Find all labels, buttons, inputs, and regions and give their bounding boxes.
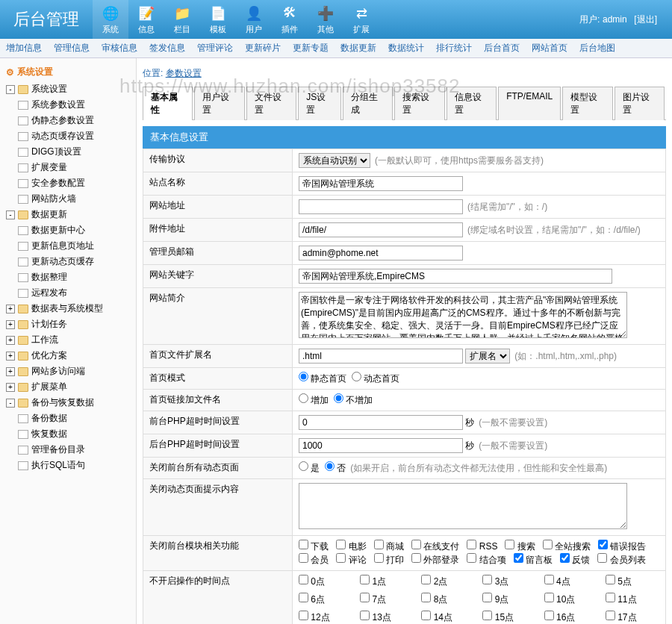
toggle-icon[interactable]: + [6, 305, 15, 313]
subnav-签发信息[interactable]: 签发信息 [149, 42, 185, 54]
input-fileurl[interactable] [299, 222, 463, 237]
breadcrumb-link[interactable]: 参数设置 [166, 68, 202, 78]
select-indexext[interactable]: 扩展名 [465, 349, 510, 364]
tree-item-系统参数设置[interactable]: 系统参数设置 [15, 97, 133, 113]
tab-用户设置[interactable]: 用户设置 [194, 87, 244, 120]
toggle-icon[interactable]: + [6, 383, 15, 392]
cb-反馈[interactable] [560, 553, 570, 563]
tree-item-网站防火墙[interactable]: 网站防火墙 [15, 191, 133, 207]
cb-17点[interactable] [606, 611, 615, 620]
input-indexext[interactable] [299, 349, 463, 364]
nav-信息[interactable]: 📝信息 [128, 0, 164, 39]
cb-在线支付[interactable] [411, 540, 421, 549]
subnav-排行统计[interactable]: 排行统计 [436, 42, 472, 54]
tree-item-DIGG顶设置[interactable]: DIGG顶设置 [15, 144, 133, 160]
tree-item-管理备份目录[interactable]: 管理备份目录 [15, 442, 133, 458]
tree-item-备份数据[interactable]: 备份数据 [15, 411, 133, 426]
radio-close-no[interactable] [325, 461, 335, 471]
toggle-icon[interactable]: + [6, 336, 15, 345]
cb-8点[interactable] [421, 593, 431, 602]
nav-模板[interactable]: 📄模板 [200, 0, 236, 39]
cb-9点[interactable] [482, 593, 492, 602]
cb-13点[interactable] [360, 611, 370, 620]
nav-插件[interactable]: 🛠插件 [272, 0, 308, 39]
tab-信息设置[interactable]: 信息设置 [447, 87, 497, 120]
textarea-intro[interactable]: 帝国软件是一家专注于网络软件开发的科技公司，其主营产品"帝国网站管理系统(Emp… [299, 292, 627, 338]
tree-item-恢复数据[interactable]: 恢复数据 [15, 426, 133, 442]
tab-文件设置[interactable]: 文件设置 [246, 87, 296, 120]
tree-group-计划任务[interactable]: +计划任务 [3, 316, 133, 332]
subnav-审核信息[interactable]: 审核信息 [102, 42, 137, 54]
cb-留言板[interactable] [514, 553, 523, 563]
tree-group-扩展菜单[interactable]: +扩展菜单 [3, 379, 133, 395]
subnav-网站首页[interactable]: 网站首页 [532, 42, 567, 54]
toggle-icon[interactable]: + [6, 352, 15, 361]
cb-下载[interactable] [299, 540, 308, 549]
subnav-数据更新[interactable]: 数据更新 [340, 42, 376, 54]
cb-打印[interactable] [374, 553, 384, 563]
subnav-管理评论[interactable]: 管理评论 [197, 42, 233, 54]
cb-11点[interactable] [606, 593, 615, 602]
radio-dynamic[interactable] [352, 372, 361, 381]
cb-7点[interactable] [360, 593, 370, 602]
tree-group-数据表与系统模型[interactable]: +数据表与系统模型 [3, 301, 133, 316]
nav-系统[interactable]: 🌐系统 [93, 0, 128, 39]
input-sitename[interactable] [299, 176, 463, 191]
tree-item-数据整理[interactable]: 数据整理 [15, 269, 133, 285]
nav-扩展[interactable]: ⇄扩展 [343, 0, 379, 39]
input-fronttimeout[interactable] [299, 415, 463, 430]
cb-0点[interactable] [299, 575, 308, 584]
cb-会员列表[interactable] [597, 553, 607, 563]
toggle-icon[interactable]: - [6, 85, 15, 94]
tree-group-网站多访问端[interactable]: +网站多访问端 [3, 364, 133, 379]
subnav-后台首页[interactable]: 后台首页 [484, 42, 520, 54]
cb-1点[interactable] [360, 575, 370, 584]
toggle-icon[interactable]: - [6, 399, 15, 408]
tree-item-执行SQL语句[interactable]: 执行SQL语句 [15, 458, 133, 473]
cb-外部登录[interactable] [411, 553, 421, 563]
cb-2点[interactable] [421, 575, 431, 584]
subnav-增加信息[interactable]: 增加信息 [6, 42, 42, 54]
cb-6点[interactable] [299, 593, 308, 602]
subnav-管理信息[interactable]: 管理信息 [54, 42, 90, 54]
subnav-后台地图[interactable]: 后台地图 [579, 42, 615, 54]
tree-group-系统设置[interactable]: -系统设置 [3, 81, 133, 97]
tab-JS设置[interactable]: JS设置 [298, 87, 341, 120]
toggle-icon[interactable]: - [6, 210, 15, 219]
toggle-icon[interactable]: + [6, 367, 15, 376]
tree-item-伪静态参数设置[interactable]: 伪静态参数设置 [15, 113, 133, 128]
subnav-数据统计[interactable]: 数据统计 [388, 42, 424, 54]
cb-4点[interactable] [544, 575, 554, 584]
input-backtimeout[interactable] [299, 438, 463, 453]
cb-全站搜索[interactable] [543, 540, 553, 549]
tree-item-数据更新中心[interactable]: 数据更新中心 [15, 222, 133, 238]
input-siteurl[interactable] [299, 199, 463, 214]
nav-其他[interactable]: ➕其他 [308, 0, 343, 39]
tree-group-工作流[interactable]: +工作流 [3, 332, 133, 348]
cb-评论[interactable] [336, 553, 346, 563]
tree-group-数据更新[interactable]: -数据更新 [3, 207, 133, 222]
subnav-更新碎片[interactable]: 更新碎片 [245, 42, 281, 54]
cb-14点[interactable] [421, 611, 431, 620]
input-keywords[interactable] [299, 269, 612, 284]
cb-5点[interactable] [606, 575, 615, 584]
tree-item-更新信息页地址[interactable]: 更新信息页地址 [15, 238, 133, 254]
tree-item-更新动态页缓存[interactable]: 更新动态页缓存 [15, 254, 133, 269]
tab-图片设置[interactable]: 图片设置 [615, 87, 665, 120]
tab-基本属性[interactable]: 基本属性 [143, 87, 193, 120]
cb-结合项[interactable] [467, 553, 476, 563]
tab-分组生成[interactable]: 分组生成 [343, 87, 393, 120]
logout-link[interactable]: [退出] [634, 14, 657, 25]
radio-close-yes[interactable] [299, 461, 308, 471]
nav-栏目[interactable]: 📁栏目 [164, 0, 200, 39]
tab-模型设置[interactable]: 模型设置 [562, 87, 612, 120]
tab-搜索设置[interactable]: 搜索设置 [394, 87, 444, 120]
nav-用户[interactable]: 👤用户 [236, 0, 272, 39]
tree-item-扩展变量[interactable]: 扩展变量 [15, 160, 133, 175]
tree-item-远程发布[interactable]: 远程发布 [15, 285, 133, 301]
cb-15点[interactable] [482, 611, 492, 620]
cb-RSS[interactable] [467, 540, 476, 549]
cb-商城[interactable] [374, 540, 384, 549]
subnav-更新专题[interactable]: 更新专题 [293, 42, 329, 54]
cb-3点[interactable] [482, 575, 492, 584]
